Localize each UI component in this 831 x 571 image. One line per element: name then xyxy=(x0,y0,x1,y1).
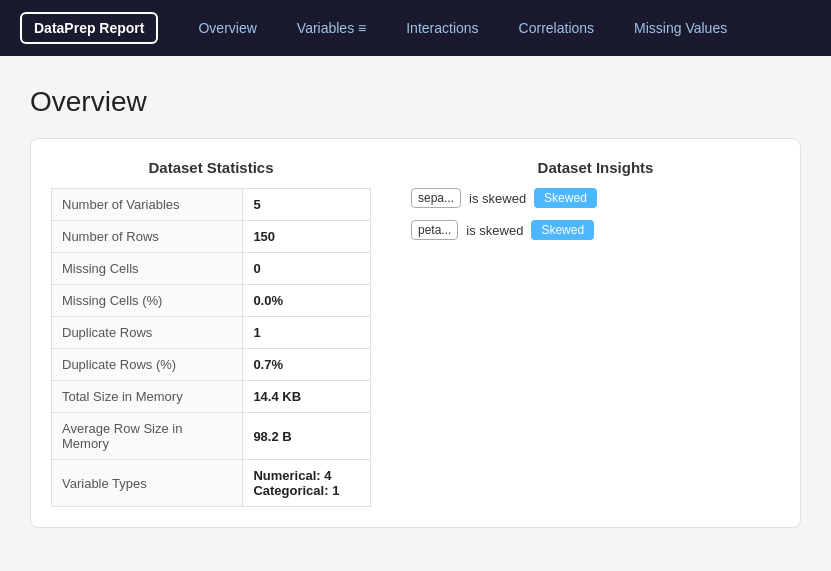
stats-value: 0 xyxy=(243,253,371,285)
overview-card: Dataset Statistics Number of Variables5N… xyxy=(30,138,801,528)
stats-label: Total Size in Memory xyxy=(52,381,243,413)
stats-value: 5 xyxy=(243,189,371,221)
stats-section-title: Dataset Statistics xyxy=(51,159,371,176)
stats-label: Number of Rows xyxy=(52,221,243,253)
nav-link-interactions[interactable]: Interactions xyxy=(390,12,494,44)
dataset-insights-section: Dataset Insights sepa...is skewedSkewedp… xyxy=(391,159,780,507)
insight-tag[interactable]: peta... xyxy=(411,220,458,240)
insight-text: is skewed xyxy=(469,191,526,206)
stats-row: Average Row Size in Memory98.2 B xyxy=(52,413,371,460)
stats-value: 0.7% xyxy=(243,349,371,381)
stats-label: Variable Types xyxy=(52,460,243,507)
nav-link-correlations[interactable]: Correlations xyxy=(503,12,610,44)
insight-tag[interactable]: sepa... xyxy=(411,188,461,208)
insight-text: is skewed xyxy=(466,223,523,238)
navbar: DataPrep Report Overview Variables ≡ Int… xyxy=(0,0,831,56)
page-title: Overview xyxy=(30,86,801,118)
stats-label: Number of Variables xyxy=(52,189,243,221)
insights-section-title: Dataset Insights xyxy=(411,159,780,176)
main-content: Overview Dataset Statistics Number of Va… xyxy=(0,56,831,548)
stats-value: 150 xyxy=(243,221,371,253)
stats-label: Average Row Size in Memory xyxy=(52,413,243,460)
stats-row: Total Size in Memory14.4 KB xyxy=(52,381,371,413)
nav-brand[interactable]: DataPrep Report xyxy=(20,12,158,44)
stats-row: Number of Rows150 xyxy=(52,221,371,253)
stats-label: Missing Cells xyxy=(52,253,243,285)
stats-table: Number of Variables5Number of Rows150Mis… xyxy=(51,188,371,507)
insight-row: sepa...is skewedSkewed xyxy=(411,188,780,208)
stats-label: Missing Cells (%) xyxy=(52,285,243,317)
stats-row: Duplicate Rows1 xyxy=(52,317,371,349)
stats-row: Number of Variables5 xyxy=(52,189,371,221)
dataset-statistics-section: Dataset Statistics Number of Variables5N… xyxy=(51,159,371,507)
stats-value: 0.0% xyxy=(243,285,371,317)
skewed-badge[interactable]: Skewed xyxy=(534,188,597,208)
stats-value: 1 xyxy=(243,317,371,349)
stats-value: 14.4 KB xyxy=(243,381,371,413)
stats-row: Duplicate Rows (%)0.7% xyxy=(52,349,371,381)
insights-container: sepa...is skewedSkewedpeta...is skewedSk… xyxy=(411,188,780,240)
stats-row: Missing Cells0 xyxy=(52,253,371,285)
stats-label: Duplicate Rows xyxy=(52,317,243,349)
stats-label: Duplicate Rows (%) xyxy=(52,349,243,381)
nav-link-overview[interactable]: Overview xyxy=(182,12,272,44)
nav-link-missing-values[interactable]: Missing Values xyxy=(618,12,743,44)
skewed-badge[interactable]: Skewed xyxy=(531,220,594,240)
stats-value: Numerical: 4Categorical: 1 xyxy=(243,460,371,507)
stats-value: 98.2 B xyxy=(243,413,371,460)
nav-link-variables[interactable]: Variables ≡ xyxy=(281,12,382,44)
stats-row: Variable TypesNumerical: 4Categorical: 1 xyxy=(52,460,371,507)
stats-row: Missing Cells (%)0.0% xyxy=(52,285,371,317)
insight-row: peta...is skewedSkewed xyxy=(411,220,780,240)
